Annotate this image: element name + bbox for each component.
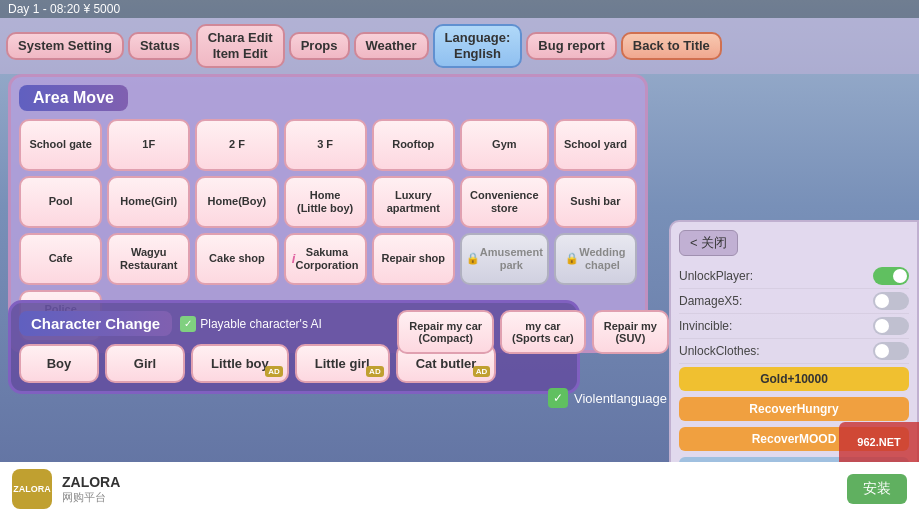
area-btn-cafe[interactable]: Cafe (19, 233, 102, 285)
area-btn-repair-shop[interactable]: Repair shop (372, 233, 455, 285)
invincible-label: Invincible: (679, 319, 732, 333)
ad-text-group: ZALORA 网购平台 (62, 474, 837, 505)
ad-logo: ZALORA (12, 469, 52, 509)
gold-button[interactable]: Gold+10000 (679, 367, 909, 391)
unlock-player-row: UnlockPlayer: (679, 264, 909, 289)
area-btn-school-yard[interactable]: School yard (554, 119, 637, 171)
area-btn-amusement-park[interactable]: 🔒 Amusement park (460, 233, 549, 285)
area-btn-wagyu-restaurant[interactable]: Wagyu Restaurant (107, 233, 190, 285)
repair-suv-button[interactable]: Repair my (SUV) (592, 310, 669, 354)
recover-hungry-button[interactable]: RecoverHungry (679, 397, 909, 421)
little-girl-button[interactable]: Little girl AD (295, 344, 390, 383)
language-button[interactable]: Language: English (433, 24, 523, 67)
chara-edit-button[interactable]: Chara Edit Item Edit (196, 24, 285, 67)
area-btn-pool[interactable]: Pool (19, 176, 102, 228)
area-btn-convenience-store[interactable]: Convenience store (460, 176, 549, 228)
menu-row: System Setting Status Chara Edit Item Ed… (0, 18, 919, 74)
invincible-row: Invincible: (679, 314, 909, 339)
area-btn-cake-shop[interactable]: Cake shop (195, 233, 278, 285)
ad-badge-little-boy: AD (265, 366, 283, 377)
ad-install-button[interactable]: 安装 (847, 474, 907, 504)
unlock-clothes-label: UnlockClothes: (679, 344, 760, 358)
ad-title: ZALORA (62, 474, 837, 490)
area-btn-luxury-apartment[interactable]: Luxury apartment (372, 176, 455, 228)
ad-subtitle: 网购平台 (62, 490, 837, 505)
character-change-title: Character Change (19, 311, 172, 336)
area-btn-sushi-bar[interactable]: Sushi bar (554, 176, 637, 228)
area-btn-2f[interactable]: 2 F (195, 119, 278, 171)
girl-button[interactable]: Girl (105, 344, 185, 383)
watermark-text: 962.NET (857, 436, 900, 448)
unlock-player-label: UnlockPlayer: (679, 269, 753, 283)
watermark: 962.NET (839, 422, 919, 462)
damage-x5-toggle[interactable] (873, 292, 909, 310)
weather-button[interactable]: Weather (354, 32, 429, 60)
ad-badge-little-girl: AD (366, 366, 384, 377)
area-btn-rooftop[interactable]: Rooftop (372, 119, 455, 171)
repair-area: Repair my car (Compact) my car (Sports c… (397, 310, 669, 354)
status-button[interactable]: Status (128, 32, 192, 60)
area-btn-sakuma-corp[interactable]: i Sakuma Corporation (284, 233, 367, 285)
invincible-toggle[interactable] (873, 317, 909, 335)
area-btn-home-boy[interactable]: Home(Boy) (195, 176, 278, 228)
violent-language-row: ✓ Violentlanguage (548, 388, 667, 408)
violent-language-label: Violentlanguage (574, 391, 667, 406)
playable-ai-label: ✓ Playable character's AI (180, 316, 322, 332)
violent-language-checkbox[interactable]: ✓ (548, 388, 568, 408)
area-btn-1f[interactable]: 1F (107, 119, 190, 171)
damage-x5-row: DamageX5: (679, 289, 909, 314)
bug-report-button[interactable]: Bug report (526, 32, 616, 60)
back-to-title-button[interactable]: Back to Title (621, 32, 722, 60)
repair-compact-button[interactable]: Repair my car (Compact) (397, 310, 494, 354)
unlock-player-toggle[interactable] (873, 267, 909, 285)
unlock-clothes-row: UnlockClothes: (679, 339, 909, 364)
props-button[interactable]: Props (289, 32, 350, 60)
area-move-title: Area Move (19, 85, 128, 111)
area-btn-gym[interactable]: Gym (460, 119, 549, 171)
area-btn-home-girl[interactable]: Home(Girl) (107, 176, 190, 228)
top-bar: Day 1 - 08:20 ¥ 5000 (0, 0, 919, 18)
ad-banner: ZALORA ZALORA 网购平台 安装 (0, 462, 919, 516)
playable-ai-checkbox[interactable]: ✓ (180, 316, 196, 332)
damage-x5-label: DamageX5: (679, 294, 742, 308)
area-btn-3f[interactable]: 3 F (284, 119, 367, 171)
day-info: Day 1 - 08:20 ¥ 5000 (8, 2, 120, 16)
area-btn-school-gate[interactable]: School gate (19, 119, 102, 171)
area-btn-home-little-boy[interactable]: Home (Little boy) (284, 176, 367, 228)
close-side-panel-button[interactable]: < 关闭 (679, 230, 738, 256)
repair-sports-button[interactable]: my car (Sports car) (500, 310, 586, 354)
area-btn-wedding-chapel[interactable]: 🔒 Wedding chapel (554, 233, 637, 285)
ad-badge-cat-butler: AD (473, 366, 491, 377)
boy-button[interactable]: Boy (19, 344, 99, 383)
unlock-clothes-toggle[interactable] (873, 342, 909, 360)
little-boy-button[interactable]: Little boy AD (191, 344, 289, 383)
system-setting-button[interactable]: System Setting (6, 32, 124, 60)
